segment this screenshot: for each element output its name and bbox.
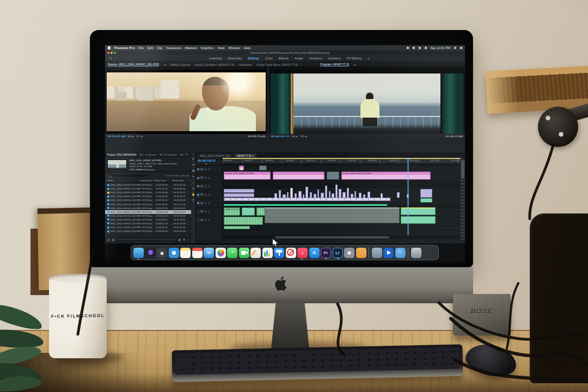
cables [0,0,588,392]
desk-scene: Premiere Pro File Edit Clip Sequence Mar… [0,0,588,392]
